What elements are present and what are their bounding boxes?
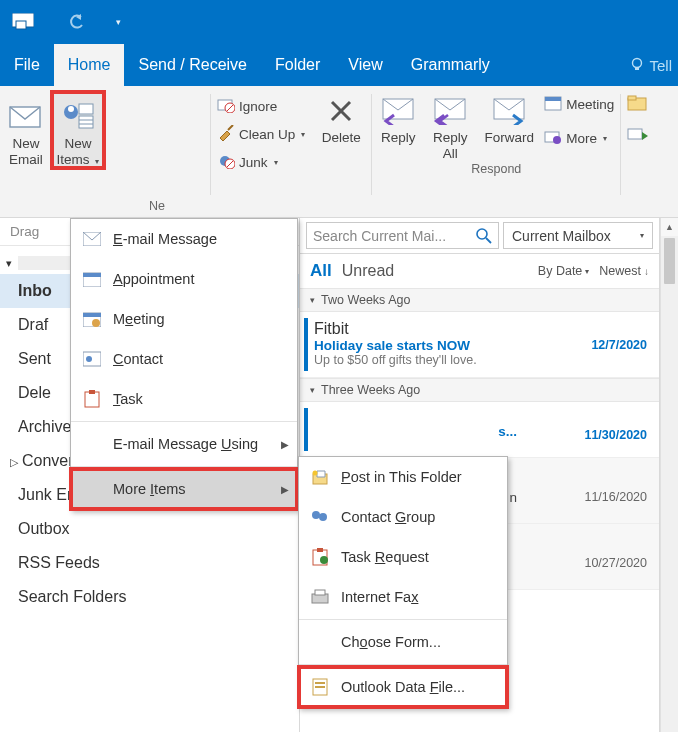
filter-unread[interactable]: Unread (342, 262, 394, 280)
more-respond-button[interactable]: More▾ (542, 124, 620, 152)
menu-more-items[interactable]: More Items ▶ (71, 469, 297, 509)
sort-by-date[interactable]: By Date ▾ (538, 264, 589, 278)
tell-me[interactable]: Tell (623, 44, 678, 86)
junk-icon (217, 153, 235, 172)
svg-rect-34 (83, 273, 101, 277)
menu-task-request[interactable]: Task Request (299, 537, 507, 577)
message-item[interactable]: Fitbit Holiday sale starts NOW Up to $50… (300, 312, 659, 378)
svg-rect-29 (628, 129, 642, 139)
menu-choose-form[interactable]: Choose Form... (299, 622, 507, 662)
cleanup-button[interactable]: Clean Up▾ (215, 120, 311, 148)
meeting-button[interactable]: Meeting (542, 90, 620, 118)
qat-dropdown[interactable]: ▾ (116, 17, 121, 27)
menu-view[interactable]: View (334, 44, 396, 86)
svg-rect-52 (315, 682, 325, 684)
move-icon[interactable] (627, 94, 649, 116)
svg-rect-36 (83, 313, 101, 317)
menu-internet-fax[interactable]: Internet Fax (299, 577, 507, 617)
new-email-icon (9, 98, 43, 136)
delete-icon (326, 92, 356, 130)
unread-bar (304, 318, 308, 371)
svg-point-6 (68, 106, 74, 112)
folder-outbox[interactable]: Outbox (0, 512, 299, 546)
ignore-button[interactable]: Ignore (215, 92, 311, 120)
folder-rss[interactable]: RSS Feeds (0, 546, 299, 580)
ignore-icon (217, 97, 235, 116)
svg-point-44 (312, 511, 320, 519)
mail-icon (81, 232, 103, 246)
contact-group-icon (309, 509, 331, 525)
message-date: 12/7/2020 (591, 338, 647, 352)
rules-icon[interactable] (627, 126, 649, 148)
reply-all-icon (432, 92, 468, 130)
search-input[interactable]: Search Current Mai... (306, 222, 499, 249)
search-scope-dropdown[interactable]: Current Mailbox▾ (503, 222, 653, 249)
svg-rect-41 (89, 390, 95, 394)
reply-button[interactable]: Reply (372, 86, 424, 162)
task-request-icon (309, 548, 331, 566)
scroll-up-icon[interactable]: ▲ (661, 218, 678, 236)
menu-post-folder[interactable]: Post in This Folder (299, 457, 507, 497)
new-email-button[interactable]: New Email (0, 92, 52, 168)
menu-contact[interactable]: Contact (71, 339, 297, 379)
task-icon (81, 390, 103, 408)
expand-triangle-icon: ▷ (10, 456, 18, 468)
forward-button[interactable]: Forward (476, 86, 542, 162)
svg-point-26 (553, 136, 561, 144)
delete-button[interactable]: Delete (311, 86, 371, 217)
message-item[interactable]: s... 11/30/2020 (300, 402, 659, 458)
contact-icon (81, 351, 103, 367)
menu-appointment[interactable]: Appointment (71, 259, 297, 299)
scrollbar[interactable]: ▲ (660, 218, 678, 732)
svg-point-48 (320, 556, 328, 564)
ribbon-group-new: Ne (104, 199, 210, 215)
message-date: 11/30/2020 (584, 428, 647, 442)
group-two-weeks[interactable]: ▾Two Weeks Ago (300, 288, 659, 312)
menu-folder[interactable]: Folder (261, 44, 334, 86)
menu-email-using[interactable]: E-mail Message Using ▶ (71, 424, 297, 464)
svg-point-39 (86, 356, 92, 362)
message-date: 10/27/2020 (584, 556, 647, 570)
svg-rect-3 (635, 67, 639, 70)
junk-button[interactable]: Junk▾ (215, 148, 311, 176)
menu-meeting[interactable]: Meeting (71, 299, 297, 339)
titlebar: ▾ (0, 0, 678, 44)
calendar-icon (81, 271, 103, 287)
app-icon (8, 7, 38, 37)
menu-email-message[interactable]: E-mail Message (71, 219, 297, 259)
svg-rect-7 (79, 104, 93, 114)
post-icon (309, 469, 331, 485)
new-items-button[interactable]: New Items ▾ (52, 92, 104, 168)
svg-point-37 (92, 319, 100, 327)
ribbon: New Email New Items ▾ Ne Ignore Clean Up… (0, 86, 678, 218)
unread-bar (304, 408, 308, 451)
menu-file[interactable]: File (0, 44, 54, 86)
svg-rect-8 (79, 116, 93, 128)
group-three-weeks[interactable]: ▾Three Weeks Ago (300, 378, 659, 402)
menu-outlook-data-file[interactable]: Outlook Data File... (299, 667, 507, 707)
sort-newest[interactable]: Newest ↓ (599, 264, 649, 278)
reply-icon (380, 92, 416, 130)
submenu-arrow-icon: ▶ (281, 484, 289, 495)
menu-home[interactable]: Home (54, 44, 125, 86)
reply-all-button[interactable]: Reply All (424, 86, 476, 162)
menu-contact-group[interactable]: Contact Group (299, 497, 507, 537)
submenu-arrow-icon: ▶ (281, 439, 289, 450)
undo-button[interactable] (62, 7, 92, 37)
svg-line-14 (228, 125, 233, 130)
forward-icon (491, 92, 527, 130)
svg-rect-24 (545, 97, 561, 101)
ribbon-group-respond: Respond (372, 162, 620, 178)
svg-rect-40 (85, 392, 99, 407)
menu-send-receive[interactable]: Send / Receive (124, 44, 261, 86)
message-preview: Up to $50 off gifts they'll love. (314, 353, 647, 367)
svg-point-43 (313, 471, 318, 476)
svg-rect-50 (315, 590, 325, 595)
data-file-icon (309, 678, 331, 696)
filter-all[interactable]: All (310, 261, 332, 281)
scroll-thumb[interactable] (664, 238, 675, 284)
menu-task[interactable]: Task (71, 379, 297, 419)
folder-search-folders[interactable]: Search Folders (0, 580, 299, 614)
menu-grammarly[interactable]: Grammarly (397, 44, 504, 86)
broom-icon (217, 125, 235, 144)
